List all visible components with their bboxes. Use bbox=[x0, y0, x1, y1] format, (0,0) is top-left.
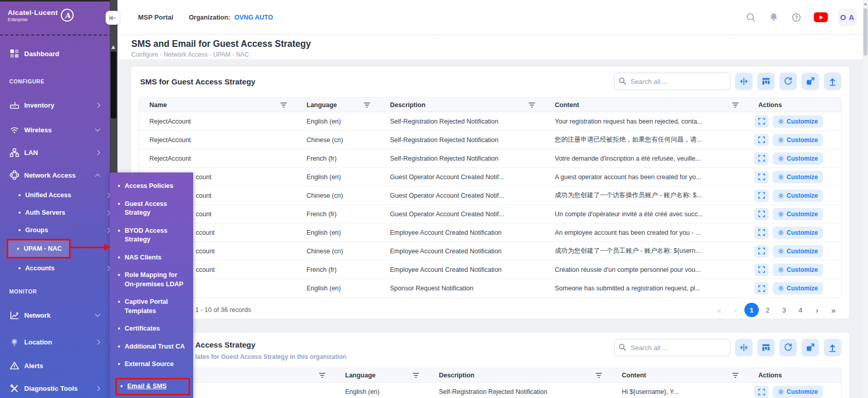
sidebar-item-dashboard[interactable]: Dashboard bbox=[0, 42, 110, 65]
sidebar-item-accounts[interactable]: Accounts bbox=[0, 259, 110, 277]
sidebar-scrollbar-thumb[interactable] bbox=[111, 51, 116, 118]
refresh-button[interactable] bbox=[779, 339, 797, 356]
customize-button[interactable]: Customize bbox=[773, 282, 823, 295]
filter-icon[interactable] bbox=[413, 372, 419, 378]
pagination-first-icon[interactable]: « bbox=[711, 303, 727, 317]
expand-row-button[interactable] bbox=[754, 245, 769, 257]
alcatel-lucent-circle-icon: A bbox=[60, 8, 75, 22]
open-external-button[interactable] bbox=[802, 73, 819, 90]
table-row: English (en)Self-Registration Rejected N… bbox=[139, 383, 841, 398]
sidebar-item-diagnostic-tools[interactable]: Diagnostic Tools bbox=[0, 377, 110, 398]
columns-button[interactable] bbox=[757, 73, 775, 90]
pagination-last-icon[interactable]: » bbox=[826, 303, 841, 317]
flyout-item-external-source[interactable]: External Source bbox=[117, 360, 193, 369]
flyout-item-captive-portal-templates[interactable]: Captive Portal Templates bbox=[117, 298, 193, 316]
youtube-icon[interactable] bbox=[813, 12, 828, 23]
upload-button[interactable] bbox=[824, 73, 841, 90]
flyout-item-role-mapping-ldap[interactable]: Role Mapping for On-premises LDAP bbox=[117, 271, 193, 289]
customize-button[interactable]: Customize bbox=[773, 134, 823, 146]
cell-content: Création réussie d'un compte personnel p… bbox=[544, 261, 748, 279]
refresh-button[interactable] bbox=[779, 73, 797, 90]
filter-icon[interactable] bbox=[732, 372, 739, 378]
lan-icon bbox=[9, 148, 20, 157]
notifications-bell-icon[interactable] bbox=[768, 12, 779, 23]
search-icon[interactable] bbox=[745, 12, 757, 23]
bullet-icon bbox=[118, 203, 120, 205]
page-button-3[interactable]: 3 bbox=[776, 303, 792, 317]
upload-button[interactable] bbox=[824, 339, 841, 356]
sidebar-item-network-access[interactable]: Network Access bbox=[0, 164, 110, 186]
organization-value-link[interactable]: OVNG AUTO bbox=[234, 14, 273, 21]
collapse-sidebar-button[interactable] bbox=[106, 11, 120, 25]
cell-actions: Customize bbox=[748, 223, 841, 241]
scroll-up-arrow-icon[interactable] bbox=[111, 45, 115, 49]
filter-icon[interactable] bbox=[529, 102, 535, 108]
filter-icon[interactable] bbox=[364, 102, 370, 108]
flyout-item-byod-access-strategy[interactable]: BYOD Access Strategy bbox=[117, 227, 193, 245]
page-button-1[interactable]: 1 bbox=[744, 303, 759, 317]
table-header-row: NameLanguageDescriptionContentActions bbox=[139, 368, 841, 383]
expand-row-button[interactable] bbox=[754, 115, 769, 128]
filter-icon[interactable] bbox=[280, 102, 287, 108]
records-count: 1 - 10 of 36 records bbox=[195, 306, 251, 314]
expand-row-button[interactable] bbox=[754, 152, 769, 165]
cell-description: Sponsor Request Notification bbox=[380, 279, 544, 298]
customize-label: Customize bbox=[787, 155, 818, 162]
customize-button[interactable]: Customize bbox=[773, 227, 823, 239]
cell-language: English (en) bbox=[296, 223, 380, 241]
sidebar-item-network[interactable]: Network bbox=[0, 304, 110, 326]
sidebar-item-location[interactable]: Location bbox=[0, 331, 110, 353]
fit-columns-button[interactable] bbox=[735, 73, 753, 90]
expand-row-button[interactable] bbox=[754, 134, 769, 146]
window-scrollbar-thumb[interactable] bbox=[863, 8, 867, 56]
expand-row-button[interactable] bbox=[754, 189, 769, 202]
fit-columns-button[interactable] bbox=[735, 339, 753, 356]
user-avatar[interactable]: O A bbox=[838, 9, 857, 26]
filter-icon[interactable] bbox=[319, 372, 326, 378]
expand-row-button[interactable] bbox=[754, 171, 769, 183]
customize-button[interactable]: Customize bbox=[773, 245, 823, 257]
sidebar-item-wireless[interactable]: Wireless bbox=[0, 118, 110, 141]
expand-row-button[interactable] bbox=[754, 386, 769, 398]
pagination-next-icon[interactable]: › bbox=[809, 303, 825, 317]
search-input[interactable] bbox=[614, 73, 730, 90]
sidebar-item-upam-nac[interactable]: UPAM - NAC bbox=[7, 239, 71, 258]
sidebar-item-inventory[interactable]: Inventory bbox=[0, 94, 110, 116]
expand-row-button[interactable] bbox=[754, 282, 769, 295]
arrow-left-icon bbox=[109, 15, 116, 21]
customize-button[interactable]: Customize bbox=[773, 189, 823, 202]
sidebar-item-lan[interactable]: LAN bbox=[0, 141, 110, 164]
sidebar-item-alerts[interactable]: Alerts bbox=[0, 354, 110, 377]
customize-button[interactable]: Customize bbox=[773, 386, 823, 398]
search-icon bbox=[619, 343, 626, 351]
pagination-prev-icon[interactable]: ‹ bbox=[728, 303, 743, 317]
filter-icon[interactable] bbox=[732, 102, 739, 108]
search-input[interactable] bbox=[614, 339, 730, 356]
customize-button[interactable]: Customize bbox=[773, 264, 823, 276]
flyout-item-guest-access-strategy[interactable]: Guest Access Strategy bbox=[117, 200, 193, 218]
flyout-item-additional-trust-ca[interactable]: Additional Trust CA bbox=[117, 342, 193, 352]
page-button-2[interactable]: 2 bbox=[760, 303, 775, 317]
page-button-4[interactable]: 4 bbox=[793, 303, 808, 317]
customize-button[interactable]: Customize bbox=[773, 208, 823, 220]
expand-row-button[interactable] bbox=[754, 208, 769, 220]
flyout-item-nas-clients[interactable]: NAS Clients bbox=[117, 253, 193, 263]
sidebar-item-unified-access[interactable]: Unified Access bbox=[0, 186, 110, 204]
flyout-item-certificates[interactable]: Certificates bbox=[117, 324, 193, 334]
cell-language: English (en) bbox=[335, 383, 429, 398]
sidebar-item-groups[interactable]: Groups bbox=[0, 221, 110, 239]
customize-button[interactable]: Customize bbox=[773, 115, 823, 128]
columns-button[interactable] bbox=[757, 339, 775, 356]
flyout-item-email-sms[interactable]: Email & SMS bbox=[115, 378, 190, 396]
expand-row-button[interactable] bbox=[754, 227, 769, 239]
filter-icon[interactable] bbox=[595, 372, 602, 378]
flyout-item-access-policies[interactable]: Access Policies bbox=[117, 182, 193, 191]
open-external-button[interactable] bbox=[802, 339, 819, 356]
customize-button[interactable]: Customize bbox=[773, 152, 823, 165]
help-icon[interactable]: ? bbox=[791, 12, 802, 23]
expand-row-button[interactable] bbox=[754, 264, 769, 276]
sidebar-item-auth-servers[interactable]: Auth Servers bbox=[0, 204, 110, 221]
customize-button[interactable]: Customize bbox=[773, 171, 823, 183]
scroll-up-arrow-icon[interactable] bbox=[864, 3, 867, 5]
cell-name: RejectAccount bbox=[139, 112, 296, 130]
